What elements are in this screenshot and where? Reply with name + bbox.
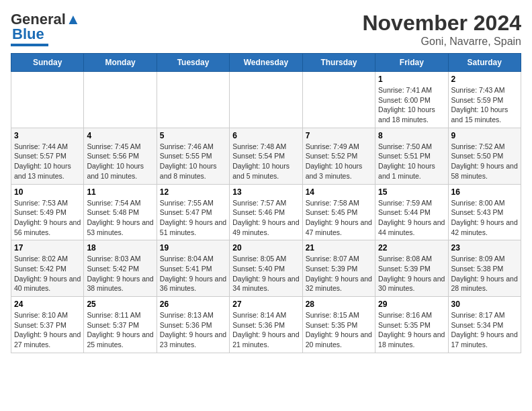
calendar-week-row: 3Sunrise: 7:44 AM Sunset: 5:57 PM Daylig…	[11, 128, 521, 184]
calendar-cell: 16Sunrise: 8:00 AM Sunset: 5:43 PM Dayli…	[448, 184, 521, 240]
calendar-cell: 27Sunrise: 8:14 AM Sunset: 5:36 PM Dayli…	[230, 297, 302, 353]
calendar-cell: 29Sunrise: 8:16 AM Sunset: 5:35 PM Dayli…	[375, 297, 448, 353]
day-info: Sunrise: 7:54 AM Sunset: 5:48 PM Dayligh…	[87, 198, 153, 238]
calendar-cell: 10Sunrise: 7:53 AM Sunset: 5:49 PM Dayli…	[11, 184, 84, 240]
day-number: 22	[378, 243, 445, 253]
calendar-cell: 30Sunrise: 8:17 AM Sunset: 5:34 PM Dayli…	[448, 297, 521, 353]
calendar-header: SundayMondayTuesdayWednesdayThursdayFrid…	[11, 54, 521, 72]
day-info: Sunrise: 7:59 AM Sunset: 5:44 PM Dayligh…	[378, 198, 445, 238]
day-number: 9	[451, 131, 518, 140]
day-info: Sunrise: 8:08 AM Sunset: 5:39 PM Dayligh…	[378, 254, 445, 293]
day-number: 7	[306, 131, 372, 140]
day-info: Sunrise: 8:16 AM Sunset: 5:35 PM Dayligh…	[378, 310, 445, 350]
calendar-cell: 22Sunrise: 8:08 AM Sunset: 5:39 PM Dayli…	[375, 240, 448, 297]
day-info: Sunrise: 8:05 AM Sunset: 5:40 PM Dayligh…	[232, 254, 299, 293]
day-info: Sunrise: 8:10 AM Sunset: 5:37 PM Dayligh…	[14, 310, 81, 350]
calendar-cell: 8Sunrise: 7:50 AM Sunset: 5:51 PM Daylig…	[375, 128, 448, 184]
calendar-cell: 15Sunrise: 7:59 AM Sunset: 5:44 PM Dayli…	[375, 184, 448, 240]
title-area: November 2024 Goni, Navarre, Spain	[362, 11, 521, 48]
day-number: 29	[378, 300, 445, 309]
day-number: 27	[232, 300, 299, 309]
day-info: Sunrise: 8:07 AM Sunset: 5:39 PM Dayligh…	[306, 254, 372, 293]
day-number: 18	[87, 243, 153, 253]
calendar-cell: 5Sunrise: 7:46 AM Sunset: 5:55 PM Daylig…	[157, 128, 229, 184]
day-info: Sunrise: 8:09 AM Sunset: 5:38 PM Dayligh…	[451, 254, 518, 293]
day-info: Sunrise: 7:52 AM Sunset: 5:50 PM Dayligh…	[451, 142, 518, 181]
weekday-header: Friday	[375, 54, 448, 72]
calendar-cell: 3Sunrise: 7:44 AM Sunset: 5:57 PM Daylig…	[11, 128, 84, 184]
weekday-header: Sunday	[11, 54, 84, 72]
calendar-table: SundayMondayTuesdayWednesdayThursdayFrid…	[11, 53, 521, 353]
calendar-cell: 25Sunrise: 8:11 AM Sunset: 5:37 PM Dayli…	[84, 297, 157, 353]
day-number: 15	[378, 187, 445, 197]
calendar-cell: 21Sunrise: 8:07 AM Sunset: 5:39 PM Dayli…	[302, 240, 375, 297]
calendar-cell: 7Sunrise: 7:49 AM Sunset: 5:52 PM Daylig…	[302, 128, 375, 184]
day-info: Sunrise: 7:48 AM Sunset: 5:54 PM Dayligh…	[232, 142, 299, 181]
day-number: 25	[87, 300, 153, 309]
calendar-cell: 9Sunrise: 7:52 AM Sunset: 5:50 PM Daylig…	[448, 128, 521, 184]
weekday-header: Tuesday	[157, 54, 229, 72]
day-info: Sunrise: 7:55 AM Sunset: 5:47 PM Dayligh…	[160, 198, 226, 238]
day-number: 19	[160, 243, 226, 253]
day-number: 1	[378, 75, 445, 84]
day-info: Sunrise: 7:46 AM Sunset: 5:55 PM Dayligh…	[160, 142, 226, 181]
day-info: Sunrise: 7:58 AM Sunset: 5:45 PM Dayligh…	[306, 198, 372, 238]
calendar-cell: 23Sunrise: 8:09 AM Sunset: 5:38 PM Dayli…	[448, 240, 521, 297]
calendar-cell: 13Sunrise: 7:57 AM Sunset: 5:46 PM Dayli…	[230, 184, 302, 240]
day-info: Sunrise: 7:41 AM Sunset: 6:00 PM Dayligh…	[378, 85, 445, 125]
weekday-header: Saturday	[448, 54, 521, 72]
day-info: Sunrise: 8:14 AM Sunset: 5:36 PM Dayligh…	[232, 310, 299, 350]
day-number: 23	[451, 243, 518, 253]
logo-blue-text: Blue	[12, 26, 44, 43]
day-info: Sunrise: 8:17 AM Sunset: 5:34 PM Dayligh…	[451, 310, 518, 350]
calendar-cell	[302, 72, 375, 128]
day-info: Sunrise: 7:50 AM Sunset: 5:51 PM Dayligh…	[378, 142, 445, 181]
day-info: Sunrise: 7:49 AM Sunset: 5:52 PM Dayligh…	[306, 142, 372, 181]
calendar-cell: 26Sunrise: 8:13 AM Sunset: 5:36 PM Dayli…	[157, 297, 229, 353]
day-info: Sunrise: 8:04 AM Sunset: 5:41 PM Dayligh…	[160, 254, 226, 293]
day-info: Sunrise: 8:03 AM Sunset: 5:42 PM Dayligh…	[87, 254, 153, 293]
calendar-cell: 28Sunrise: 8:15 AM Sunset: 5:35 PM Dayli…	[302, 297, 375, 353]
day-number: 5	[160, 131, 226, 140]
page-subtitle: Goni, Navarre, Spain	[362, 36, 521, 48]
day-number: 30	[451, 300, 518, 309]
calendar-cell: 4Sunrise: 7:45 AM Sunset: 5:56 PM Daylig…	[84, 128, 157, 184]
logo-underline	[11, 44, 48, 46]
calendar-cell	[230, 72, 302, 128]
weekday-header: Thursday	[302, 54, 375, 72]
day-number: 20	[232, 243, 299, 253]
calendar-week-row: 17Sunrise: 8:02 AM Sunset: 5:42 PM Dayli…	[11, 240, 521, 297]
day-number: 26	[160, 300, 226, 309]
page-header: General▲ Blue November 2024 Goni, Navarr…	[11, 11, 521, 48]
day-info: Sunrise: 7:53 AM Sunset: 5:49 PM Dayligh…	[14, 198, 81, 238]
day-number: 3	[14, 131, 81, 140]
calendar-cell: 6Sunrise: 7:48 AM Sunset: 5:54 PM Daylig…	[230, 128, 302, 184]
day-number: 24	[14, 300, 81, 309]
day-number: 8	[378, 131, 445, 140]
day-number: 6	[232, 131, 299, 140]
calendar-cell: 12Sunrise: 7:55 AM Sunset: 5:47 PM Dayli…	[157, 184, 229, 240]
day-info: Sunrise: 8:13 AM Sunset: 5:36 PM Dayligh…	[160, 310, 226, 350]
weekday-row: SundayMondayTuesdayWednesdayThursdayFrid…	[11, 54, 521, 72]
calendar-week-row: 10Sunrise: 7:53 AM Sunset: 5:49 PM Dayli…	[11, 184, 521, 240]
day-number: 13	[232, 187, 299, 197]
day-info: Sunrise: 7:45 AM Sunset: 5:56 PM Dayligh…	[87, 142, 153, 181]
calendar-cell: 20Sunrise: 8:05 AM Sunset: 5:40 PM Dayli…	[230, 240, 302, 297]
day-number: 17	[14, 243, 81, 253]
calendar-cell: 2Sunrise: 7:43 AM Sunset: 5:59 PM Daylig…	[448, 72, 521, 128]
day-number: 28	[306, 300, 372, 309]
calendar-week-row: 1Sunrise: 7:41 AM Sunset: 6:00 PM Daylig…	[11, 72, 521, 128]
day-info: Sunrise: 8:15 AM Sunset: 5:35 PM Dayligh…	[306, 310, 372, 350]
calendar-cell	[11, 72, 84, 128]
weekday-header: Monday	[84, 54, 157, 72]
day-number: 10	[14, 187, 81, 197]
day-number: 11	[87, 187, 153, 197]
day-info: Sunrise: 7:44 AM Sunset: 5:57 PM Dayligh…	[14, 142, 81, 181]
day-info: Sunrise: 7:43 AM Sunset: 5:59 PM Dayligh…	[451, 85, 518, 125]
calendar-cell: 19Sunrise: 8:04 AM Sunset: 5:41 PM Dayli…	[157, 240, 229, 297]
calendar-cell: 11Sunrise: 7:54 AM Sunset: 5:48 PM Dayli…	[84, 184, 157, 240]
day-number: 4	[87, 131, 153, 140]
day-info: Sunrise: 8:00 AM Sunset: 5:43 PM Dayligh…	[451, 198, 518, 238]
day-info: Sunrise: 7:57 AM Sunset: 5:46 PM Dayligh…	[232, 198, 299, 238]
calendar-cell: 1Sunrise: 7:41 AM Sunset: 6:00 PM Daylig…	[375, 72, 448, 128]
